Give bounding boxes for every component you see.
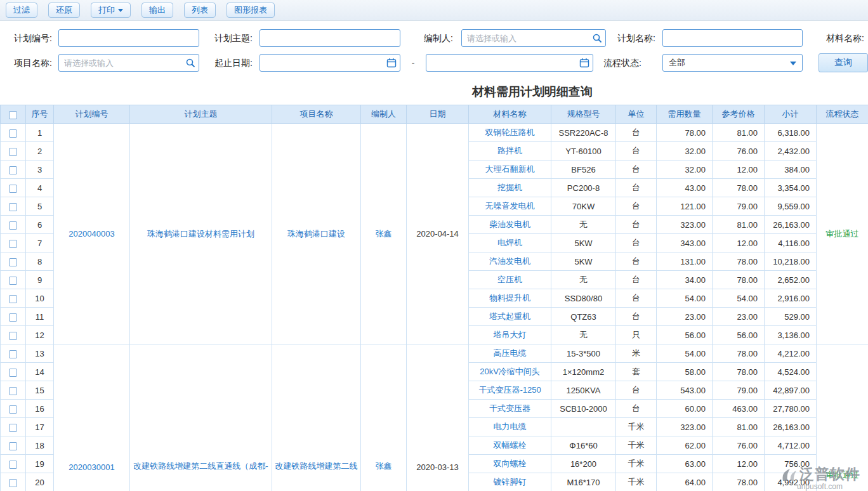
select-all-checkbox[interactable] — [9, 111, 17, 119]
date-end-input[interactable] — [426, 54, 593, 72]
spec-model: QTZ63 — [551, 308, 616, 326]
row-select-cell — [1, 160, 26, 179]
row-checkbox[interactable] — [9, 387, 17, 395]
chart-report-button[interactable]: 图形报表 — [227, 3, 275, 18]
row-checkbox[interactable] — [9, 424, 17, 432]
subtotal: 26,163.00 — [765, 216, 817, 234]
row-select-cell — [1, 418, 26, 436]
material-name-link[interactable]: 电焊机 — [469, 234, 551, 252]
project-name-link[interactable]: 珠海鹤港口建设 — [272, 124, 361, 344]
unit: 只 — [616, 326, 657, 344]
plan-subject-input[interactable] — [260, 29, 400, 47]
plan-subject-link[interactable]: 珠海鹤港口建设材料需用计划 — [130, 124, 272, 344]
material-name-link[interactable]: 大理石翻新机 — [469, 160, 551, 179]
material-name-link[interactable]: 无噪音发电机 — [469, 197, 551, 216]
filter-button[interactable]: 过滤 — [6, 3, 37, 18]
material-name-link[interactable]: 塔式起重机 — [469, 308, 551, 326]
search-icon[interactable] — [592, 33, 602, 43]
unit: 台 — [616, 179, 657, 197]
row-checkbox[interactable] — [9, 461, 17, 469]
material-name-link[interactable]: 柴油发电机 — [469, 216, 551, 234]
date-start-input[interactable] — [260, 54, 400, 72]
row-checkbox[interactable] — [9, 405, 17, 414]
row-checkbox[interactable] — [9, 221, 17, 230]
calendar-icon[interactable] — [579, 58, 589, 68]
row-checkbox[interactable] — [9, 129, 17, 138]
material-name-link[interactable]: 干式变压器-1250 — [469, 381, 551, 400]
row-number: 3 — [26, 160, 54, 179]
material-name-link[interactable]: 双钢轮压路机 — [469, 124, 551, 142]
spec-model: YT-60100 — [551, 142, 616, 160]
page-title: 材料需用计划明细查询 — [0, 77, 868, 105]
unit: 千米 — [616, 455, 657, 473]
plan-name-field — [662, 29, 803, 47]
row-checkbox[interactable] — [9, 350, 17, 358]
plan-date: 2020-04-14 — [407, 124, 469, 344]
material-name-link[interactable]: 挖掘机 — [469, 179, 551, 197]
material-name-link[interactable]: 空压机 — [469, 271, 551, 289]
spec-model: 1×120mm2 — [551, 363, 616, 381]
material-name-link[interactable]: 镀锌脚钉 — [469, 473, 551, 491]
plan-subject-field — [260, 29, 400, 47]
flow-status-select[interactable]: 全部 — [662, 54, 803, 72]
row-checkbox[interactable] — [9, 185, 17, 193]
project-name-input[interactable] — [58, 54, 199, 72]
plan-number-link[interactable]: 2020030001 — [54, 344, 130, 491]
row-number: 16 — [26, 400, 54, 418]
plan-no-field — [58, 29, 199, 47]
export-button[interactable]: 输出 — [141, 3, 173, 18]
row-number: 7 — [26, 234, 54, 252]
plan-date: 2020-03-13 — [407, 344, 469, 491]
row-select-cell — [1, 344, 26, 363]
list-button[interactable]: 列表 — [184, 3, 216, 18]
row-select-cell — [1, 179, 26, 197]
material-name-link[interactable]: 汽油发电机 — [469, 252, 551, 271]
row-checkbox[interactable] — [9, 277, 17, 285]
material-name-link[interactable]: 电力电缆 — [469, 418, 551, 436]
calendar-icon[interactable] — [386, 58, 397, 68]
reference-price: 78.00 — [713, 252, 765, 271]
compiler-link[interactable]: 张鑫 — [361, 124, 407, 344]
plan-subject-link[interactable]: 改建铁路线增建第二线直通线（成都- — [130, 344, 272, 491]
plan-no-input[interactable] — [58, 29, 199, 47]
row-checkbox[interactable] — [9, 332, 17, 340]
plan-number-link[interactable]: 2020040003 — [54, 124, 130, 344]
row-checkbox[interactable] — [9, 203, 17, 211]
date-start-field — [260, 54, 400, 72]
row-checkbox[interactable] — [9, 295, 17, 303]
reference-price: 12.00 — [713, 455, 765, 473]
search-icon[interactable] — [185, 58, 195, 68]
row-checkbox[interactable] — [9, 313, 17, 322]
material-name-link[interactable]: 20kV冷缩中间头 — [469, 363, 551, 381]
col-subtotal: 小计 — [765, 105, 817, 124]
chevron-down-icon — [790, 62, 796, 65]
material-name-link[interactable]: 高压电缆 — [469, 344, 551, 363]
compiler-input[interactable] — [461, 29, 606, 47]
row-number: 9 — [26, 271, 54, 289]
print-button[interactable]: 打印 — [91, 3, 131, 18]
material-name-link[interactable]: 双向螺栓 — [469, 455, 551, 473]
restore-button[interactable]: 还原 — [48, 3, 80, 18]
material-name-link[interactable]: 塔吊大灯 — [469, 326, 551, 344]
row-checkbox[interactable] — [9, 258, 17, 266]
row-select-cell — [1, 216, 26, 234]
material-name-link[interactable]: 双幅螺栓 — [469, 436, 551, 455]
plan-name-input[interactable] — [662, 29, 803, 47]
row-checkbox[interactable] — [9, 240, 17, 248]
project-name-link[interactable]: 改建铁路线增建第二线 — [272, 344, 361, 491]
material-name-link[interactable]: 物料提升机 — [469, 289, 551, 308]
row-checkbox[interactable] — [9, 442, 17, 450]
subtotal: 4,116.00 — [765, 234, 817, 252]
row-checkbox[interactable] — [9, 148, 17, 156]
subtotal: 4,712.00 — [765, 436, 817, 455]
compiler-link[interactable]: 张鑫 — [361, 344, 407, 491]
row-checkbox[interactable] — [9, 166, 17, 174]
spec-model: PC200-8 — [551, 179, 616, 197]
material-name-link[interactable]: 路拌机 — [469, 142, 551, 160]
row-checkbox[interactable] — [9, 479, 17, 487]
material-name-link[interactable]: 干式变压器 — [469, 400, 551, 418]
row-select-cell — [1, 271, 26, 289]
query-button[interactable]: 查询 — [819, 53, 868, 72]
row-checkbox[interactable] — [9, 369, 17, 377]
plan-no-label: 计划编号: — [14, 29, 52, 47]
